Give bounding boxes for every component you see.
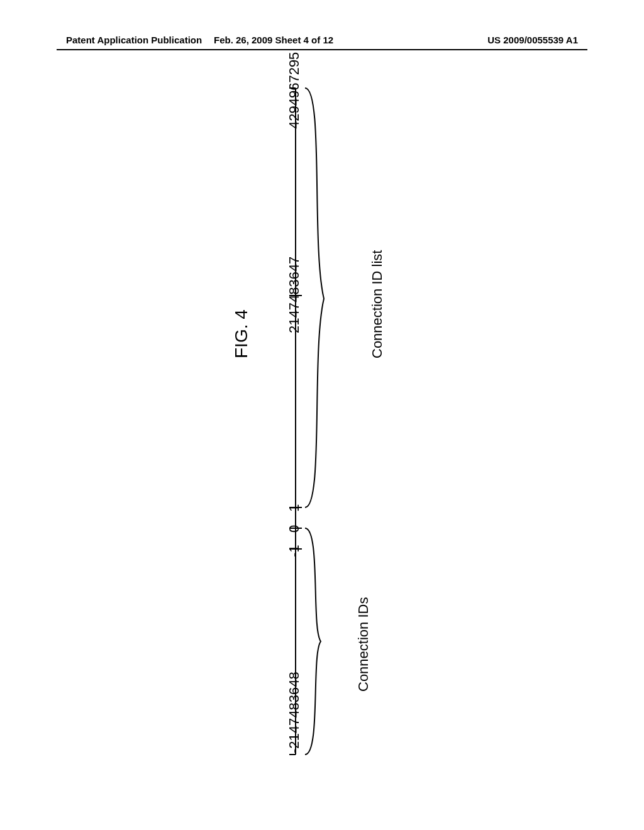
- header-publication: Patent Application Publication: [66, 35, 202, 45]
- header-rule: [57, 49, 587, 50]
- label-connection-ids: Connection IDs: [355, 597, 372, 692]
- tick-min: -2147483648: [286, 672, 303, 753]
- header-pubnumber: US 2009/0055539 A1: [487, 35, 578, 45]
- tick-max: 4294967295: [286, 52, 303, 129]
- tick-one: 1: [286, 504, 303, 512]
- tick-neg1: -1: [286, 545, 303, 557]
- tick-mid: 2147483647: [286, 257, 303, 333]
- label-connection-id-list: Connection ID list: [369, 250, 386, 358]
- tick-zero: 0: [286, 525, 303, 533]
- header-date-sheet: Feb. 26, 2009 Sheet 4 of 12: [214, 35, 333, 45]
- number-line-diagram: -2147483648 -1 0 1 2147483647 4294967295…: [261, 88, 336, 755]
- figure-title: FIG. 4: [231, 309, 252, 358]
